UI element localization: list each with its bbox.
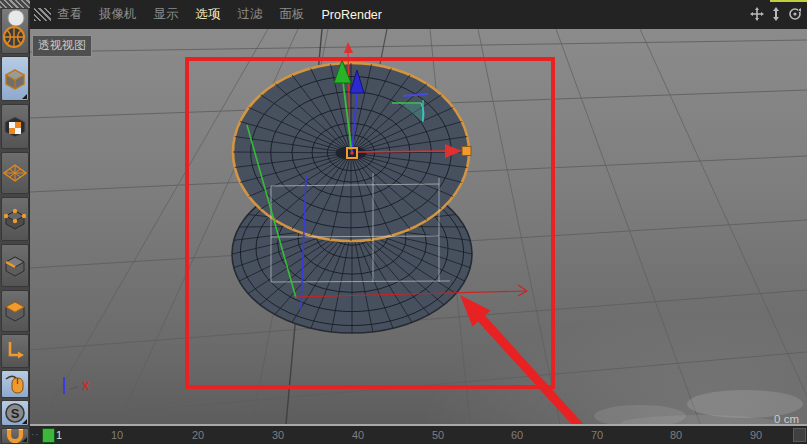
menu-filter[interactable]: 过滤 bbox=[238, 6, 263, 23]
tick-90: 90 bbox=[744, 429, 768, 441]
perspective-viewport[interactable]: X 透视视图 0 cm bbox=[30, 29, 807, 424]
menu-view[interactable]: 查看 bbox=[57, 6, 82, 23]
tick-50: 50 bbox=[426, 429, 450, 441]
make-editable-icon bbox=[3, 9, 27, 53]
points-mode-button[interactable] bbox=[1, 197, 29, 241]
svg-text:X: X bbox=[82, 380, 90, 392]
world-axis-indicator: X bbox=[64, 377, 90, 394]
enable-axis-button[interactable] bbox=[1, 334, 29, 368]
tick-70: 70 bbox=[585, 429, 609, 441]
viewport-nav-icons bbox=[750, 7, 802, 21]
axis-icon bbox=[4, 340, 26, 362]
rotate-icon[interactable] bbox=[788, 7, 802, 21]
workplane-grid-icon bbox=[3, 164, 27, 182]
make-editable-button[interactable] bbox=[1, 8, 29, 54]
timeline-end-button[interactable] bbox=[793, 428, 806, 442]
submenu-corner bbox=[22, 437, 27, 442]
viewport-label: 透视视图 bbox=[32, 35, 92, 57]
submenu-corner bbox=[22, 94, 27, 99]
mouse-icon bbox=[4, 373, 26, 395]
highlight-blobs bbox=[594, 390, 803, 424]
menu-panel[interactable]: 面板 bbox=[280, 6, 305, 23]
current-frame-number: 1 bbox=[56, 429, 62, 441]
tick-80: 80 bbox=[664, 429, 688, 441]
model-cube-icon bbox=[4, 68, 26, 90]
timeline-dots: ·· bbox=[31, 429, 40, 440]
solo-letter: S bbox=[11, 406, 20, 421]
toolbar-drag-handle[interactable] bbox=[0, 0, 30, 8]
tick-30: 30 bbox=[266, 429, 290, 441]
menu-camera[interactable]: 摄像机 bbox=[99, 6, 137, 23]
menubar-drag-handle[interactable] bbox=[34, 8, 51, 21]
quantize-button[interactable] bbox=[1, 370, 29, 398]
polygons-mode-button[interactable] bbox=[1, 290, 29, 332]
tick-40: 40 bbox=[346, 429, 370, 441]
tick-60: 60 bbox=[505, 429, 529, 441]
menu-prorender[interactable]: ProRender bbox=[322, 8, 382, 22]
timeline-ruler[interactable]: ·· 1 10 20 30 40 50 60 70 80 90 bbox=[30, 426, 807, 444]
zoom-icon[interactable] bbox=[769, 7, 783, 21]
annotation-arrow bbox=[460, 295, 586, 424]
points-cube-icon bbox=[4, 208, 26, 230]
viewport-solo-button[interactable]: S bbox=[1, 400, 29, 426]
polygons-cube-icon bbox=[4, 300, 26, 322]
submenu-corner bbox=[22, 419, 27, 424]
model-mode-button[interactable] bbox=[1, 56, 29, 101]
tick-10: 10 bbox=[105, 429, 129, 441]
workplane-mode-button[interactable] bbox=[1, 152, 29, 194]
viewport-menubar: 查看 摄像机 显示 选项 过滤 面板 ProRender bbox=[30, 0, 807, 29]
texture-mode-button[interactable] bbox=[1, 104, 29, 149]
current-frame-marker[interactable] bbox=[42, 428, 55, 443]
menu-display[interactable]: 显示 bbox=[154, 6, 179, 23]
snap-button[interactable] bbox=[1, 428, 29, 444]
c4d-window: { "menu": { "items": [ {"label": "查看"}, … bbox=[0, 0, 807, 444]
menu-options[interactable]: 选项 bbox=[196, 6, 221, 23]
edges-cube-icon bbox=[4, 255, 26, 277]
viewport-canvas[interactable]: X bbox=[30, 29, 807, 424]
edges-mode-button[interactable] bbox=[1, 244, 29, 287]
texture-cube-icon bbox=[4, 116, 26, 138]
mode-toolbar: S bbox=[0, 0, 30, 444]
tick-20: 20 bbox=[186, 429, 210, 441]
active-view-highlight bbox=[770, 0, 807, 2]
pan-icon[interactable] bbox=[750, 7, 764, 21]
